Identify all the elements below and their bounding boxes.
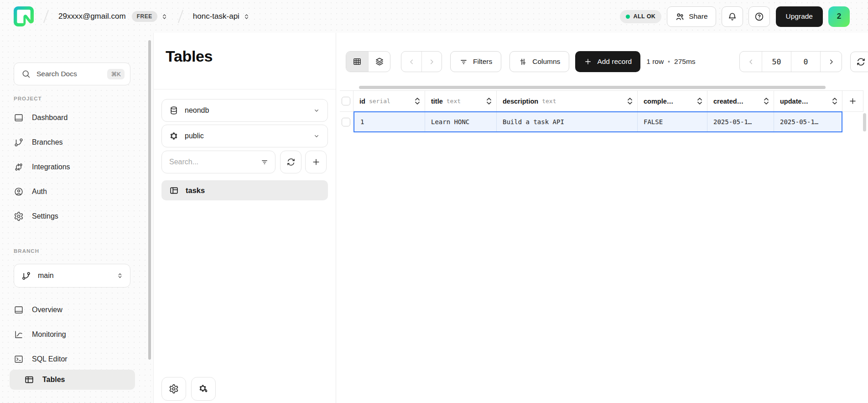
table-horizontal-scrollbar[interactable] xyxy=(359,86,826,89)
refresh-data-button[interactable] xyxy=(850,52,868,72)
add-column-button[interactable] xyxy=(842,91,863,111)
branch-selector[interactable]: main xyxy=(14,264,130,288)
page-prev-button[interactable] xyxy=(740,52,762,72)
page-next-button[interactable] xyxy=(820,52,842,72)
notifications-button[interactable] xyxy=(722,6,743,27)
column-header-description[interactable]: description text xyxy=(497,91,638,111)
account-switcher-chevron-icon[interactable] xyxy=(161,13,168,21)
schema-download-icon xyxy=(198,384,208,394)
sort-icon[interactable] xyxy=(764,98,769,105)
sidebar-item-settings[interactable]: Settings xyxy=(14,204,58,229)
sort-icon[interactable] xyxy=(627,98,633,105)
sort-icon[interactable] xyxy=(486,98,492,105)
column-header-completed[interactable]: comple… xyxy=(638,91,707,111)
columns-button[interactable]: Columns xyxy=(509,51,569,72)
sidebar-item-auth[interactable]: Auth xyxy=(14,179,47,204)
sidebar-item-label: Auth xyxy=(32,188,47,196)
column-name: description xyxy=(503,98,538,105)
share-button[interactable]: Share xyxy=(667,6,716,27)
refresh-icon xyxy=(856,57,866,67)
next-button[interactable] xyxy=(421,52,442,72)
cell-title[interactable]: Learn HONC xyxy=(425,112,497,131)
grid-header-row: id serial title text description text co… xyxy=(340,90,863,112)
schema-view-button[interactable] xyxy=(368,52,390,72)
schema-icon xyxy=(169,131,178,141)
status-label: ALL OK xyxy=(634,13,656,20)
columns-label: Columns xyxy=(532,58,560,66)
sidebar: Search Docs ⌘K PROJECT Dashboard Branche… xyxy=(0,33,153,403)
prev-button[interactable] xyxy=(401,52,421,72)
sidebar-item-monitoring[interactable]: Monitoring xyxy=(14,322,66,347)
table-row: 1 Learn HONC Build a task API FALSE 2025… xyxy=(340,111,863,132)
gear-icon xyxy=(14,211,24,221)
window-icon xyxy=(14,305,24,315)
sidebar-item-label: Overview xyxy=(32,306,62,314)
gear-icon xyxy=(169,384,179,394)
status-badge[interactable]: ALL OK xyxy=(620,10,662,23)
sidebar-item-dashboard[interactable]: Dashboard xyxy=(14,105,68,130)
sort-icon[interactable] xyxy=(415,98,420,105)
project-switcher-chevron-icon[interactable] xyxy=(243,13,250,21)
sidebar-item-label: Settings xyxy=(32,212,58,220)
help-button[interactable] xyxy=(748,6,770,27)
cell-updated[interactable]: 2025-05-1… xyxy=(774,112,842,131)
neon-logo-icon[interactable] xyxy=(14,6,34,26)
database-selector[interactable]: neondb xyxy=(161,99,328,122)
upgrade-button[interactable]: Upgrade xyxy=(776,6,823,27)
grid-view-button[interactable] xyxy=(346,52,368,72)
header-gutter xyxy=(340,91,353,111)
column-name: update… xyxy=(780,98,808,105)
column-header-id[interactable]: id serial xyxy=(353,91,425,111)
panel-settings-button[interactable] xyxy=(161,377,186,401)
breadcrumb-project[interactable]: honc-task-api xyxy=(193,12,239,21)
sidebar-scrollbar[interactable] xyxy=(148,40,151,360)
table-search-input[interactable] xyxy=(169,158,260,166)
cell-description[interactable]: Build a task API xyxy=(497,112,638,131)
schema-export-button[interactable] xyxy=(191,377,216,401)
grid-view-icon xyxy=(353,57,362,66)
sort-icon[interactable] xyxy=(697,98,702,105)
search-docs-button[interactable]: Search Docs ⌘K xyxy=(14,63,130,85)
refresh-tables-button[interactable] xyxy=(280,151,301,173)
sidebar-item-restore[interactable]: Restore xyxy=(14,396,57,403)
filters-button[interactable]: Filters xyxy=(450,51,501,72)
panel-divider xyxy=(154,89,336,89)
sidebar-item-label: Tables xyxy=(42,376,65,384)
page-offset-input[interactable]: 0 xyxy=(791,52,820,72)
table-vertical-scrollbar[interactable] xyxy=(863,113,866,131)
cell-created[interactable]: 2025-05-1… xyxy=(707,112,774,131)
sidebar-item-tables[interactable]: Tables xyxy=(10,370,135,390)
table-list-item-tasks[interactable]: tasks xyxy=(161,180,328,200)
sidebar-item-integrations[interactable]: Integrations xyxy=(14,155,70,179)
data-grid: id serial title text description text co… xyxy=(340,90,863,132)
filter-lines-icon[interactable] xyxy=(260,158,269,166)
data-grid-area: Filters Columns Add record 1 row • 275ms… xyxy=(336,33,868,403)
column-header-title[interactable]: title text xyxy=(425,91,497,111)
sidebar-item-sql-editor[interactable]: SQL Editor xyxy=(14,347,68,372)
selected-row[interactable]: 1 Learn HONC Build a task API FALSE 2025… xyxy=(353,111,842,132)
plan-badge: FREE xyxy=(132,11,157,22)
add-record-button[interactable]: Add record xyxy=(575,51,640,72)
row-checkbox[interactable] xyxy=(342,118,350,126)
select-all-checkbox[interactable] xyxy=(342,97,350,105)
cell-id[interactable]: 1 xyxy=(354,112,425,131)
breadcrumb-divider xyxy=(178,10,183,23)
breadcrumb-account[interactable]: 29xxxx@gmail.com xyxy=(58,12,126,21)
cell-completed[interactable]: FALSE xyxy=(638,112,707,131)
column-header-created[interactable]: created… xyxy=(707,91,774,111)
notification-count-badge[interactable]: 2 xyxy=(828,6,850,27)
page-size-input[interactable]: 50 xyxy=(762,52,791,72)
topbar-actions: ALL OK Share Upgrade 2 xyxy=(620,6,850,27)
sidebar-item-branches[interactable]: Branches xyxy=(14,130,63,155)
summary-separator: • xyxy=(668,58,670,65)
sidebar-item-label: Integrations xyxy=(32,163,70,171)
database-name: neondb xyxy=(185,106,209,115)
schema-selector[interactable]: public xyxy=(161,125,328,147)
query-time: 275ms xyxy=(674,58,696,66)
column-header-updated[interactable]: update… xyxy=(774,91,842,111)
sidebar-item-overview[interactable]: Overview xyxy=(14,298,62,322)
sort-icon[interactable] xyxy=(832,98,837,105)
chevron-down-icon xyxy=(313,132,320,140)
create-table-button[interactable] xyxy=(305,151,327,173)
schema-name: public xyxy=(185,132,204,140)
